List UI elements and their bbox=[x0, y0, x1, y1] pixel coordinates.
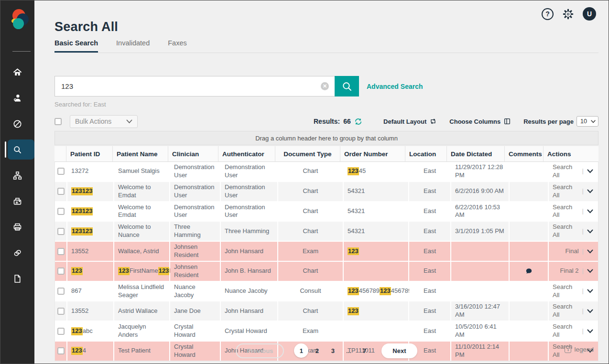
row-actions-chevron[interactable] bbox=[587, 209, 593, 214]
row-actions-chevron[interactable] bbox=[587, 229, 593, 234]
main-area: ? U Search All Basic Search Invalidate bbox=[34, 0, 609, 364]
row-checkbox[interactable] bbox=[57, 208, 65, 215]
sidebar-item-home[interactable] bbox=[0, 59, 34, 85]
row-checkbox[interactable] bbox=[57, 228, 65, 235]
legend-button[interactable]: i legend bbox=[565, 346, 594, 353]
row-checkbox[interactable] bbox=[57, 268, 65, 275]
row-action-link[interactable]: Search All bbox=[553, 163, 579, 180]
action-divider: | bbox=[582, 207, 584, 215]
row-action-link[interactable]: Search All bbox=[553, 203, 579, 220]
row-checkbox[interactable] bbox=[57, 188, 65, 195]
column-header-order-number[interactable]: Order Number bbox=[340, 146, 405, 161]
cell-actions: Search All| bbox=[549, 282, 598, 301]
row-actions-chevron[interactable] bbox=[587, 329, 593, 333]
refresh-icon[interactable] bbox=[354, 118, 362, 126]
sidebar-item-documents[interactable] bbox=[0, 266, 34, 291]
cell-document-type: Chart bbox=[278, 301, 343, 321]
column-header-patient-name[interactable]: Patient Name bbox=[113, 146, 168, 161]
table-row: 123123Welcome to NuanceThree HammingThre… bbox=[55, 222, 598, 242]
row-checkbox[interactable] bbox=[57, 168, 65, 175]
column-header-location[interactable]: Location bbox=[405, 146, 446, 161]
row-actions-chevron[interactable] bbox=[587, 169, 593, 173]
row-actions-chevron[interactable] bbox=[587, 289, 593, 293]
cell-patient-name: 123FirstName123LastName bbox=[114, 262, 169, 281]
sidebar-item-dashboard[interactable] bbox=[0, 111, 34, 137]
sidebar bbox=[0, 0, 34, 364]
column-header-patient-id[interactable]: Patient ID bbox=[66, 146, 112, 161]
page-number-7[interactable]: 7 bbox=[357, 343, 371, 358]
previous-page-button[interactable]: Previous bbox=[236, 343, 284, 358]
chevron-down-icon bbox=[591, 118, 596, 125]
pagination-bar: Previous 123...7 Next i legend bbox=[54, 343, 598, 358]
default-layout-button[interactable]: Default Layout bbox=[383, 118, 437, 125]
printer-icon bbox=[12, 222, 22, 232]
row-action-link[interactable]: Search All bbox=[553, 223, 579, 239]
row-action-link[interactable]: Search All bbox=[553, 283, 579, 300]
help-button[interactable]: ? bbox=[542, 8, 554, 20]
clear-search-icon[interactable]: ✕ bbox=[321, 82, 329, 90]
row-checkbox[interactable] bbox=[57, 308, 65, 315]
row-actions-chevron[interactable] bbox=[587, 269, 593, 273]
gear-icon bbox=[562, 8, 575, 21]
choose-columns-button[interactable]: Choose Columns bbox=[449, 118, 511, 125]
action-divider: | bbox=[582, 327, 584, 335]
sidebar-item-search[interactable] bbox=[0, 137, 34, 162]
tab-basic-search[interactable]: Basic Search bbox=[54, 39, 98, 53]
per-page-select[interactable]: 10 bbox=[576, 116, 598, 127]
table-row: 123123Welcome to EmdatDemonstration User… bbox=[55, 202, 598, 222]
row-checkbox[interactable] bbox=[57, 248, 65, 255]
gauge-icon bbox=[12, 119, 22, 129]
row-actions-chevron[interactable] bbox=[587, 309, 593, 313]
row-checkbox[interactable] bbox=[57, 328, 65, 335]
cell-patient-id: 123 bbox=[67, 262, 113, 281]
results-count: 66 bbox=[343, 118, 351, 125]
cell-order-number: 54321 bbox=[344, 202, 408, 221]
row-action-link[interactable]: Final bbox=[565, 247, 578, 256]
cell-authenticator: John B. Hansard bbox=[221, 262, 277, 281]
sidebar-item-fax[interactable] bbox=[0, 188, 34, 214]
comment-icon[interactable] bbox=[525, 268, 533, 275]
per-page-value: 10 bbox=[580, 118, 587, 125]
tab-invalidated[interactable]: Invalidated bbox=[116, 39, 150, 53]
settings-button[interactable] bbox=[562, 8, 575, 21]
row-action-link[interactable]: Final 2 bbox=[560, 267, 579, 275]
advanced-search-link[interactable]: Advanced Search bbox=[367, 83, 423, 90]
column-header-comments[interactable]: Comments bbox=[505, 146, 543, 161]
column-header-document-type[interactable]: Document Type bbox=[275, 146, 340, 161]
column-header-date-dictated[interactable]: Date Dictated bbox=[447, 146, 504, 161]
user-avatar[interactable]: U bbox=[583, 7, 596, 21]
select-all-checkbox[interactable] bbox=[54, 118, 62, 125]
tab-faxes[interactable]: Faxes bbox=[168, 39, 187, 53]
cell-clinician: Nuance Jacoby bbox=[170, 282, 220, 301]
column-header-actions[interactable]: Actions bbox=[544, 146, 598, 161]
sidebar-item-links[interactable] bbox=[0, 240, 34, 266]
next-page-button[interactable]: Next bbox=[381, 343, 417, 358]
cell-date-dictated: 6/2/2016 9:00 AM bbox=[451, 182, 509, 201]
sidebar-item-clinicians[interactable] bbox=[0, 85, 34, 111]
group-by-dropzone[interactable]: Drag a column header here to group by th… bbox=[54, 131, 598, 145]
table-row: 123123Welcome to EmdatDemonstration User… bbox=[55, 182, 598, 202]
table-row: 13272Samuel StalgisDemonstration UserDem… bbox=[55, 162, 598, 182]
sidebar-item-workflow[interactable] bbox=[0, 162, 34, 188]
cell-patient-name: Samuel Stalgis bbox=[114, 162, 169, 181]
sidebar-item-print[interactable] bbox=[0, 214, 34, 240]
app-logo bbox=[0, 0, 34, 34]
table-header-row: Patient IDPatient NameClinicianAuthentic… bbox=[54, 146, 598, 162]
cell-patient-id: 13552 bbox=[67, 301, 113, 321]
page-number-2[interactable]: 2 bbox=[310, 343, 324, 358]
sidebar-divider bbox=[12, 51, 31, 52]
row-actions-chevron[interactable] bbox=[587, 249, 593, 254]
column-header-clinician[interactable]: Clinician bbox=[168, 146, 218, 161]
page-number-1[interactable]: 1 bbox=[294, 343, 308, 358]
row-actions-chevron[interactable] bbox=[587, 189, 593, 193]
column-header-authenticator[interactable]: Authenticator bbox=[218, 146, 275, 161]
row-checkbox[interactable] bbox=[57, 288, 65, 295]
action-divider: | bbox=[582, 247, 584, 256]
row-action-link[interactable]: Search All bbox=[553, 303, 579, 319]
search-button[interactable] bbox=[335, 76, 359, 96]
row-action-link[interactable]: Search All bbox=[553, 323, 579, 339]
page-number-3[interactable]: 3 bbox=[326, 343, 340, 358]
row-action-link[interactable]: Search All bbox=[553, 183, 579, 200]
bulk-actions-select[interactable]: Bulk Actions bbox=[70, 115, 138, 128]
search-input[interactable] bbox=[54, 76, 335, 96]
